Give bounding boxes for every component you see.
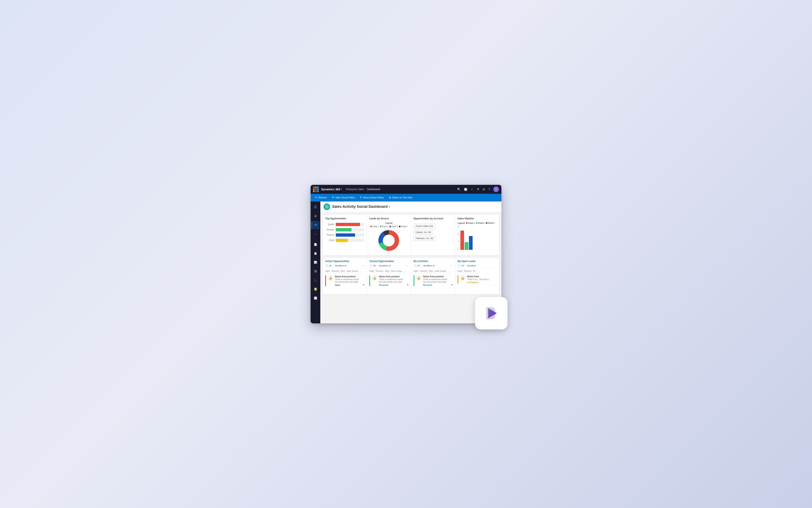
avatar[interactable]: U bbox=[493, 186, 499, 192]
sort-icon-act[interactable]: ↓ bbox=[421, 264, 422, 267]
active-opps-col-headers: Hight Request Web Katie Jordan ... bbox=[325, 269, 364, 273]
settings-icon[interactable]: ⚙ bbox=[482, 188, 485, 191]
toolbar: ↻ Refresh 👁 Hide Visual Filters ⊽ Show G… bbox=[311, 194, 501, 202]
expand-icon-c[interactable]: ▾ bbox=[407, 283, 409, 286]
axis-label-25: 25 bbox=[458, 233, 460, 235]
pipeline-label-f1: Field 1 bbox=[468, 222, 475, 224]
new-record-icon[interactable]: ＋ bbox=[471, 187, 473, 191]
sidebar-item-accounts[interactable]: 📄 bbox=[312, 241, 320, 249]
legend-label-field3: Field 3 bbox=[392, 225, 398, 228]
account-tag-fabrikam[interactable]: Fabrikam, Inc. (6) bbox=[414, 236, 435, 241]
opportunities-by-account-title: Opportunities by Account bbox=[414, 217, 452, 220]
closed-opportunities-title[interactable]: Closed Opportunities bbox=[369, 260, 408, 263]
sidebar-item-marketing[interactable]: 🖼 bbox=[312, 267, 320, 276]
dashboard-title-text: Sales Activity Social Dashboard bbox=[332, 205, 387, 209]
my-open-leads-title[interactable]: My Open Leads bbox=[458, 260, 496, 263]
breadcrumb-sep: › bbox=[365, 188, 366, 191]
filter-funnel-icon: ⊽ bbox=[360, 196, 362, 199]
col-request: Request bbox=[332, 270, 339, 272]
sidebar-item-reports[interactable]: 📈 bbox=[312, 294, 320, 302]
sidebar-item-more[interactable]: ⋯ bbox=[312, 230, 320, 238]
dashboard-header: Sales Activity Social Dashboard ▾ bbox=[320, 202, 501, 212]
legend-dot-field3 bbox=[389, 226, 391, 227]
breadcrumb-enterprise-sales[interactable]: Enterprise Sales bbox=[346, 188, 364, 191]
activity-type-icon: 🔔 bbox=[329, 277, 332, 280]
show-global-filters-button[interactable]: ⊽ Show Global Filters bbox=[358, 195, 386, 200]
my-activities-title[interactable]: My Activities bbox=[414, 260, 452, 263]
sidebar-item-activities[interactable]: 📊 bbox=[312, 258, 320, 266]
active-opportunities-title[interactable]: Active Opportunities bbox=[325, 260, 364, 263]
pipeline-label-f2: Field 2 bbox=[478, 222, 485, 224]
sidebar-item-menu[interactable]: ☰ bbox=[312, 203, 320, 211]
doc-icon-act: 📄 bbox=[414, 264, 417, 267]
bar-row-close: Close bbox=[325, 239, 364, 242]
priority-bar-leads bbox=[458, 275, 459, 284]
closed-opportunities-card: Closed Opportunities 📄 29 ↓ Modified on … bbox=[367, 258, 411, 294]
sidebar-item-notes[interactable]: 📒 bbox=[312, 285, 320, 293]
pipeline-legend-field3: Field 3 bbox=[486, 222, 494, 224]
search-icon[interactable]: 🔍 bbox=[457, 188, 461, 191]
my-lead-title: Noise from bbox=[467, 275, 496, 278]
my-activity-title: Noise from product bbox=[423, 275, 450, 278]
legend-label-field2: Field 2 bbox=[382, 225, 388, 228]
hide-visual-filters-button[interactable]: 👁 Hide Visual Filters bbox=[330, 195, 357, 200]
pipeline-bars bbox=[461, 230, 473, 250]
my-activities-sort: Modified on bbox=[423, 264, 435, 267]
breadcrumb-dashboards[interactable]: Dashboards bbox=[367, 188, 380, 191]
my-activity-status: Resolved bbox=[423, 284, 450, 286]
pipeline-chart-wrap: 35 25 15 5 bbox=[458, 225, 496, 250]
more-options-icon[interactable]: ⋯ bbox=[362, 264, 364, 267]
my-leads-col-headers: Hight Request W... bbox=[458, 269, 496, 273]
col-request-a: Request bbox=[420, 270, 427, 272]
bar-track-propose bbox=[336, 234, 364, 237]
sidebar-item-recent[interactable]: ⟳ bbox=[312, 221, 320, 229]
filter-icon[interactable]: ⚗ bbox=[477, 188, 479, 191]
sort-icon-closed[interactable]: ↓ bbox=[377, 264, 378, 267]
my-leads-count: 📄 29 bbox=[458, 264, 464, 267]
more-options-closed[interactable]: ⋯ bbox=[406, 264, 409, 267]
activity-desc: There is continuous sound from the print… bbox=[335, 278, 361, 283]
col-hight: Hight bbox=[325, 270, 330, 272]
col-web-c: Web bbox=[385, 270, 389, 272]
closed-opps-item: 🔔 Noise from product There is continuous… bbox=[369, 274, 408, 288]
charts-grid: Top Opportunities Qualify Develop bbox=[323, 215, 499, 255]
col-web-l: W... bbox=[473, 270, 476, 272]
sort-icon[interactable]: ↓ bbox=[333, 264, 334, 267]
legend-dot-field1 bbox=[370, 226, 372, 227]
col-hight-l: Hight bbox=[458, 270, 462, 272]
help-icon[interactable]: ? bbox=[488, 188, 490, 191]
priority-bar bbox=[325, 275, 326, 286]
sidebar-item-contacts[interactable]: 📋 bbox=[312, 249, 320, 258]
account-tag-litware[interactable]: Litware, Inc. (6) bbox=[414, 230, 433, 235]
top-nav: Dynamics 365 ▾ Enterprise Sales › Dashbo… bbox=[311, 185, 501, 194]
bar-fill-qualify bbox=[336, 223, 360, 226]
waffle-icon[interactable] bbox=[313, 186, 319, 192]
my-activities-col-headers: Hight Request Web Katie Jordan ... bbox=[414, 269, 452, 273]
pipeline-dot-f3 bbox=[486, 222, 487, 224]
switch-tile-view-button[interactable]: ⊞ Switch to Tile View bbox=[387, 195, 415, 200]
bar-fill-propose bbox=[336, 234, 355, 237]
app-title[interactable]: Dynamics 365 ▾ bbox=[321, 188, 342, 191]
history-icon[interactable]: 🕐 bbox=[464, 188, 467, 191]
tile-icon: ⊞ bbox=[389, 196, 391, 199]
leads-by-source-title: Leads by Source bbox=[369, 217, 408, 220]
priority-bar-act bbox=[414, 275, 414, 286]
my-leads-item: 🔔 Noise from There is co... from the p..… bbox=[458, 274, 496, 285]
sidebar-item-calls[interactable]: 📞 bbox=[312, 276, 320, 284]
activity-icon-wrap-l: 🔔 bbox=[460, 275, 466, 281]
sort-icon-leads[interactable]: ↓ bbox=[465, 264, 466, 267]
refresh-button[interactable]: ↻ Refresh bbox=[313, 195, 329, 200]
dashboard-title[interactable]: Sales Activity Social Dashboard ▾ bbox=[332, 205, 390, 209]
breadcrumb: Enterprise Sales › Dashboards bbox=[346, 188, 380, 191]
my-activity-desc: There is continuous sound from the print… bbox=[423, 278, 450, 283]
pipeline-legend-field2: Field 2 bbox=[476, 222, 485, 224]
refresh-label: Refresh bbox=[318, 196, 327, 199]
account-tag-fouth-coffee[interactable]: Fouth Coffee (14) bbox=[414, 224, 435, 228]
col-request-l: Request bbox=[464, 270, 471, 272]
active-opportunities-card: Active Opportunities 📄 29 ↓ Modified on … bbox=[323, 258, 367, 294]
eye-icon: 👁 bbox=[332, 196, 334, 199]
expand-icon-a[interactable]: ▾ bbox=[451, 283, 452, 286]
more-options-act[interactable]: ⋯ bbox=[450, 264, 452, 267]
expand-icon[interactable]: ▾ bbox=[363, 283, 364, 286]
sidebar-item-favorites[interactable]: ★ bbox=[312, 212, 320, 220]
